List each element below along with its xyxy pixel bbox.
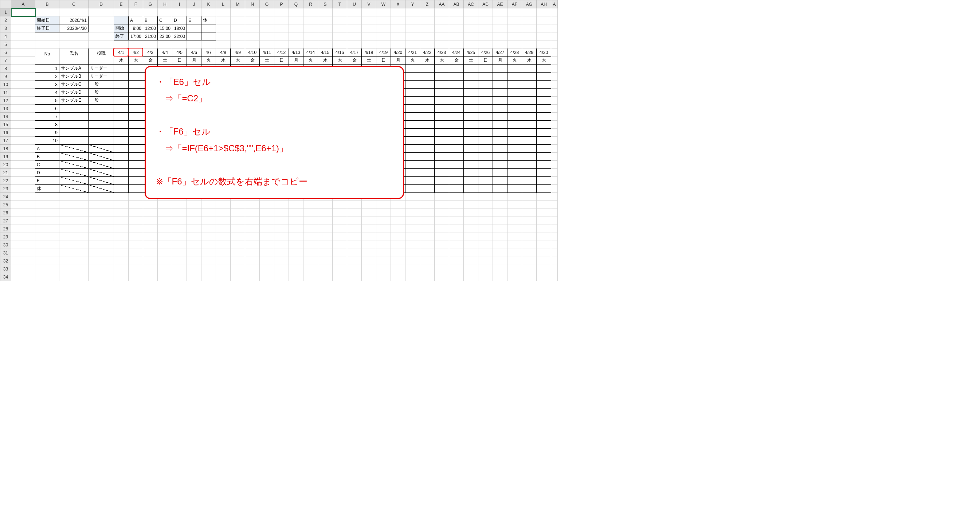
cell[interactable]	[464, 97, 478, 105]
cell[interactable]	[114, 209, 129, 217]
cell[interactable]	[202, 249, 216, 257]
cell[interactable]	[464, 8, 478, 16]
cell[interactable]	[551, 169, 558, 177]
column-header[interactable]: K	[202, 0, 216, 8]
cell[interactable]	[449, 113, 464, 121]
cell[interactable]	[289, 265, 304, 273]
cell[interactable]	[508, 241, 522, 249]
row-header[interactable]: 2	[0, 16, 11, 24]
cell[interactable]: リーダー	[89, 73, 114, 81]
cell[interactable]	[434, 201, 449, 209]
cell[interactable]	[347, 8, 362, 16]
cell[interactable]	[260, 273, 274, 281]
cell[interactable]: 水	[114, 56, 129, 64]
row-header[interactable]: 23	[0, 185, 11, 193]
cell[interactable]	[89, 265, 114, 273]
cell[interactable]: 21:00	[143, 32, 158, 40]
cell[interactable]	[551, 241, 558, 249]
cell[interactable]	[187, 265, 202, 273]
cell[interactable]	[332, 32, 347, 40]
cell[interactable]	[35, 201, 59, 209]
cell[interactable]	[522, 249, 537, 257]
cell[interactable]	[318, 40, 332, 48]
cell[interactable]: 15:00	[158, 24, 172, 32]
cell[interactable]: 4/29	[522, 48, 537, 56]
cell[interactable]	[522, 193, 537, 201]
cell[interactable]	[274, 273, 289, 281]
cell[interactable]	[464, 169, 478, 177]
cell[interactable]	[449, 217, 464, 225]
cell[interactable]	[449, 161, 464, 169]
cell[interactable]	[478, 89, 493, 97]
cell[interactable]: 17:00	[129, 32, 143, 40]
cell[interactable]	[391, 8, 406, 16]
cell[interactable]	[434, 145, 449, 153]
cell[interactable]	[449, 265, 464, 273]
cell[interactable]	[11, 137, 35, 145]
cell[interactable]	[522, 8, 537, 16]
cell[interactable]	[376, 241, 391, 249]
row-header[interactable]: 25	[0, 201, 11, 209]
cell[interactable]	[434, 273, 449, 281]
cell[interactable]	[89, 153, 114, 161]
cell[interactable]	[89, 249, 114, 257]
cell[interactable]	[35, 233, 59, 241]
cell[interactable]	[478, 241, 493, 249]
cell[interactable]: 火	[406, 56, 420, 64]
cell[interactable]	[89, 32, 114, 40]
cell[interactable]: A	[129, 16, 143, 24]
cell[interactable]	[289, 233, 304, 241]
cell[interactable]	[216, 225, 231, 233]
cell[interactable]	[391, 32, 406, 40]
cell[interactable]	[129, 8, 143, 16]
cell[interactable]	[508, 153, 522, 161]
cell[interactable]	[289, 249, 304, 257]
cell[interactable]	[420, 64, 434, 73]
column-header[interactable]: M	[231, 0, 245, 8]
cell[interactable]: 土	[158, 56, 172, 64]
cell[interactable]	[420, 129, 434, 137]
cell[interactable]	[551, 161, 558, 169]
cell[interactable]: 木	[332, 56, 347, 64]
cell[interactable]	[362, 257, 376, 265]
column-header[interactable]: V	[362, 0, 376, 8]
cell[interactable]	[332, 249, 347, 257]
cell[interactable]	[537, 193, 551, 201]
row-header[interactable]: 33	[0, 265, 11, 273]
row-header[interactable]: 17	[0, 137, 11, 145]
cell[interactable]	[318, 217, 332, 225]
cell[interactable]	[406, 137, 420, 145]
cell[interactable]	[464, 145, 478, 153]
cell[interactable]	[114, 129, 129, 137]
cell[interactable]	[449, 185, 464, 193]
cell[interactable]	[129, 113, 143, 121]
row-header[interactable]: 34	[0, 273, 11, 281]
cell[interactable]	[245, 265, 260, 273]
cell[interactable]	[304, 32, 318, 40]
cell[interactable]	[406, 16, 420, 24]
cell[interactable]	[11, 48, 35, 56]
cell[interactable]	[449, 32, 464, 40]
cell[interactable]	[478, 233, 493, 241]
cell[interactable]	[493, 153, 508, 161]
cell[interactable]	[537, 113, 551, 121]
cell[interactable]	[434, 217, 449, 225]
cell[interactable]	[434, 8, 449, 16]
cell[interactable]	[245, 249, 260, 257]
cell[interactable]	[449, 169, 464, 177]
cell[interactable]	[362, 249, 376, 257]
cell[interactable]	[332, 265, 347, 273]
column-header[interactable]: AF	[508, 0, 522, 8]
cell[interactable]: 4/21	[406, 48, 420, 56]
column-header[interactable]: O	[260, 0, 274, 8]
cell[interactable]	[537, 185, 551, 193]
cell[interactable]	[449, 129, 464, 137]
cell[interactable]	[464, 24, 478, 32]
cell[interactable]	[274, 217, 289, 225]
cell[interactable]	[59, 257, 89, 265]
cell[interactable]: C	[35, 161, 59, 169]
cell[interactable]	[143, 225, 158, 233]
cell[interactable]	[537, 137, 551, 145]
cell[interactable]	[260, 217, 274, 225]
row-header[interactable]: 9	[0, 73, 11, 81]
